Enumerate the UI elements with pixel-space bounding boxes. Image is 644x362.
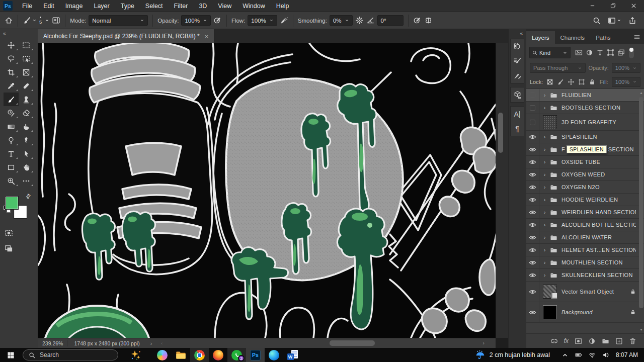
layer-row[interactable]: ›ALCOLIEN BOTTLE SECTION [526,219,644,231]
adjustment-button[interactable] [588,337,596,345]
layer-row[interactable]: ›OXYGEN N2O [526,181,644,194]
layer-row[interactable]: Vector Smart Object [526,282,644,302]
expand-icon[interactable]: › [541,146,548,152]
tool-rectangle[interactable] [4,160,19,174]
tray-battery-button[interactable] [575,351,582,358]
tool-hand[interactable] [19,160,34,174]
panel-button-brush-settings[interactable] [511,54,524,68]
visibility-eye-icon[interactable] [526,244,539,256]
scroll-up-icon[interactable]: ▲ [639,91,643,95]
vertical-scroll-thumb[interactable] [498,113,503,153]
layer-row[interactable]: ›BOOTSLEG SECTION [526,102,644,114]
minimize-button[interactable] [582,0,603,12]
panel-button-history[interactable] [511,39,524,54]
lock-position-button[interactable] [568,78,575,85]
layer-opacity-input[interactable]: 100% [612,63,640,73]
tool-type[interactable] [4,147,19,160]
menu-filter[interactable]: Filter [169,0,194,12]
menu-file[interactable]: File [17,0,38,12]
tool-brush[interactable] [4,93,19,106]
taskbar-file-explorer-button[interactable] [172,348,190,362]
panel-button-character[interactable]: A| [511,107,524,121]
tool-edit-toolbar[interactable] [19,174,34,188]
status-popup-icon[interactable]: › [150,340,152,346]
lock-all-button[interactable] [589,78,596,85]
visibility-eye-icon[interactable] [526,302,539,322]
lock-transparency-button[interactable] [546,78,553,85]
tool-move[interactable] [4,38,19,52]
expand-icon[interactable]: › [541,209,548,215]
visibility-toggle-empty[interactable] [526,102,539,114]
taskbar-copilot-button[interactable] [153,348,172,362]
filter-smart-object-button[interactable] [616,47,626,58]
expand-icon[interactable]: › [541,247,548,253]
brush-angle-button[interactable] [366,16,375,25]
mask-button[interactable] [575,337,582,345]
layer-row[interactable]: ›OXSIDE TUBE [526,156,644,168]
taskbar-word-button[interactable]: W [283,348,302,362]
taskbar-whatsapp-button[interactable]: 3 [227,348,246,362]
brush-settings-toggle[interactable] [52,16,60,25]
filter-kind-select[interactable]: Kind [529,47,571,58]
expand-icon[interactable]: › [541,272,548,278]
tool-rectangular-marquee[interactable] [19,38,34,52]
layer-row[interactable]: ›HELMET AST...EN SECTION [526,244,644,256]
scroll-right-icon[interactable]: › [482,340,485,346]
layer-row[interactable]: 3D FONT GRAFFITY [526,114,644,131]
visibility-eye-icon[interactable] [526,156,539,168]
visibility-eye-icon[interactable] [526,194,539,206]
panel-menu-icon[interactable] [633,34,640,41]
panel-button-brushes[interactable] [511,68,524,83]
menu-layer[interactable]: Layer [88,0,115,12]
filter-type-button[interactable] [595,47,605,58]
expand-icon[interactable]: › [541,92,548,98]
visibility-eye-icon[interactable] [526,256,539,268]
expand-icon[interactable]: › [541,134,548,140]
menu-type[interactable]: Type [115,0,140,12]
visibility-eye-icon[interactable] [526,131,539,143]
angle-input[interactable]: 0° [377,15,404,26]
tool-pen[interactable] [19,133,34,147]
panel-collapse-icon[interactable]: « [509,29,526,37]
menu-window[interactable]: Window [237,0,270,12]
group-button[interactable] [602,337,609,345]
tool-gradient[interactable] [4,120,19,133]
visibility-eye-icon[interactable] [526,282,539,302]
tool-preset-button[interactable] [23,16,37,25]
expand-icon[interactable]: › [541,159,548,165]
filter-toggle-switch[interactable] [629,47,634,58]
layer-row[interactable]: ›ALCOLIEN WATER [526,231,644,244]
menu-select[interactable]: Select [140,0,169,12]
lock-brush-button[interactable] [557,78,564,85]
flow-input[interactable]: 100% [248,15,277,26]
tool-history-brush[interactable] [4,106,19,120]
tool-eraser[interactable] [19,106,34,120]
visibility-eye-icon[interactable] [526,168,539,180]
toolbar-collapse-icon[interactable]: « [0,29,38,36]
zoom-level[interactable]: 239.26% [38,340,67,346]
blend-mode-select[interactable]: Normal [89,15,148,26]
pressure-opacity-button[interactable] [213,16,222,25]
expand-icon[interactable]: › [541,197,548,203]
menu-image[interactable]: Image [60,0,89,12]
expand-icon[interactable]: › [541,171,548,177]
layer-blend-mode-select[interactable]: Pass Through [530,63,586,73]
tray-volume-button[interactable] [602,351,609,358]
layer-row[interactable]: ›SKULNECKLIEN SECTION [526,269,644,282]
new-layer-button[interactable] [615,337,623,345]
screen-mode-button[interactable] [5,244,13,253]
layer-fill-input[interactable]: 100% [612,77,640,87]
lock-artboard-button[interactable] [578,78,585,85]
taskbar-firefox-button[interactable] [209,348,227,362]
tool-dodge[interactable] [4,133,19,147]
filter-adjustment-button[interactable] [584,47,595,58]
visibility-toggle-empty[interactable] [526,89,539,101]
layer-row[interactable]: ›HOODIE WEIRDLIEN [526,194,644,206]
menu-3d[interactable]: 3D [193,0,212,12]
layer-row[interactable]: ›SPLASHLIEN [526,131,644,143]
expand-icon[interactable]: › [541,234,548,240]
layers-scroll-thumb[interactable] [639,97,643,308]
filter-shape-button[interactable] [605,47,616,58]
visibility-eye-icon[interactable] [526,231,539,243]
weather-widget[interactable]: 2 cm hujan lebih awal [475,350,550,360]
